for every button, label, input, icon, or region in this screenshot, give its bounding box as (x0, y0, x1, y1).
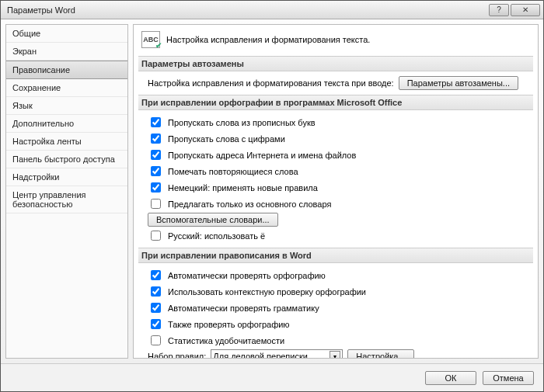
check-ignore-uppercase[interactable] (151, 117, 161, 127)
button-label: Отмена (493, 373, 523, 383)
check-label: Использовать контекстную проверку орфогр… (168, 287, 366, 297)
sidebar-item-general[interactable]: Общие (6, 25, 127, 43)
check-flag-repeated[interactable] (151, 166, 161, 176)
sidebar-item-trust-center[interactable]: Центр управления безопасностью (6, 186, 127, 213)
page-header: ABC Настройка исправления и форматирован… (141, 31, 530, 48)
sidebar-item-label: Панель быстрого доступа (12, 154, 115, 164)
autocorrect-options-button[interactable]: Параметры автозамены... (399, 76, 518, 90)
sidebar-item-save[interactable]: Сохранение (6, 79, 127, 97)
button-label: Вспомогательные словари... (156, 215, 270, 224)
autocorrect-label: Настройка исправления и форматирования т… (148, 78, 394, 88)
section-office-spelling-title: При исправлении орфографии в программах … (138, 95, 533, 110)
cancel-button[interactable]: Отмена (483, 371, 534, 385)
sidebar-item-label: Правописание (12, 65, 70, 75)
section-word-spelling-title: При исправлении правописания в Word (138, 248, 533, 263)
check-russian-yo[interactable] (151, 231, 161, 241)
check-label: Немецкий: применять новые правила (168, 183, 318, 193)
ok-button[interactable]: ОК (425, 371, 476, 385)
check-readability-stats[interactable] (151, 335, 161, 345)
check-label: Пропускать слова из прописных букв (168, 118, 316, 127)
page-title: Настройка исправления и форматирования т… (166, 35, 370, 44)
check-label: Предлагать только из основного словаря (168, 199, 331, 209)
sidebar-item-label: Экран (12, 47, 37, 56)
autocorrect-row: Настройка исправления и форматирования т… (148, 76, 530, 90)
custom-dictionaries-button[interactable]: Вспомогательные словари... (148, 213, 278, 227)
sidebar-item-label: Общие (12, 29, 40, 38)
help-button[interactable]: ? (489, 4, 509, 16)
check-ignore-urls[interactable] (151, 150, 161, 160)
sidebar-item-label: Язык (12, 101, 33, 110)
sidebar-item-label: Надстройки (12, 172, 59, 182)
sidebar-item-addins[interactable]: Надстройки (6, 168, 127, 186)
check-contextual-spell[interactable] (151, 286, 161, 297)
proofing-icon: ABC (141, 31, 160, 48)
ruleset-settings-button[interactable]: Настройка... (347, 349, 413, 359)
section-autocorrect-title: Параметры автозамены (138, 56, 533, 71)
titlebar: Параметры Word ? ✕ (1, 1, 543, 19)
chevron-down-icon: ▾ (330, 351, 340, 359)
check-auto-spell[interactable] (151, 270, 161, 280)
sidebar-item-label: Настройка ленты (12, 137, 82, 146)
window-buttons: ? ✕ (489, 4, 540, 16)
dialog-body: Общие Экран Правописание Сохранение Язык… (1, 19, 543, 363)
button-label: Настройка... (356, 352, 405, 359)
sidebar-item-language[interactable]: Язык (6, 97, 127, 115)
check-label: Также проверять орфографию (168, 320, 290, 329)
sidebar-item-label: Дополнительно (12, 119, 74, 128)
check-label: Автоматически проверять орфографию (168, 271, 326, 280)
close-button[interactable]: ✕ (511, 4, 540, 16)
check-german-rules[interactable] (151, 182, 161, 193)
content-pane: ABC Настройка исправления и форматирован… (133, 24, 539, 359)
window-title: Параметры Word (4, 5, 489, 15)
sidebar-item-display[interactable]: Экран (6, 43, 127, 61)
sidebar-item-label: Сохранение (12, 83, 61, 92)
check-auto-grammar[interactable] (151, 303, 161, 313)
check-label: Статистика удобочитаемости (168, 336, 284, 345)
ruleset-row: Набор правил: Для деловой переписки ▾ На… (148, 349, 530, 359)
check-label: Автоматически проверять грамматику (168, 304, 319, 313)
ruleset-select[interactable]: Для деловой переписки ▾ (211, 349, 343, 359)
category-sidebar: Общие Экран Правописание Сохранение Язык… (5, 24, 128, 359)
check-also-spell[interactable] (151, 319, 161, 329)
check-label: Русский: использовать ё (168, 231, 265, 241)
check-ignore-numbers[interactable] (151, 134, 161, 144)
check-label: Пропускать адреса Интернета и имена файл… (168, 151, 356, 160)
options-dialog: Параметры Word ? ✕ Общие Экран Правописа… (0, 0, 544, 392)
sidebar-item-qat[interactable]: Панель быстрого доступа (6, 151, 127, 168)
check-main-dictionary-only[interactable] (151, 199, 161, 209)
dialog-footer: ОК Отмена (1, 363, 543, 391)
sidebar-item-ribbon[interactable]: Настройка ленты (6, 133, 127, 151)
sidebar-item-proofing[interactable]: Правописание (6, 61, 127, 79)
sidebar-item-advanced[interactable]: Дополнительно (6, 115, 127, 133)
button-label: Параметры автозамены... (407, 78, 510, 88)
sidebar-item-label: Центр управления безопасностью (12, 190, 86, 209)
button-label: ОК (445, 373, 457, 383)
check-label: Пропускать слова с цифрами (168, 134, 285, 144)
ruleset-label: Набор правил: (148, 352, 206, 359)
select-value: Для деловой переписки (213, 352, 326, 359)
check-label: Помечать повторяющиеся слова (168, 167, 298, 176)
